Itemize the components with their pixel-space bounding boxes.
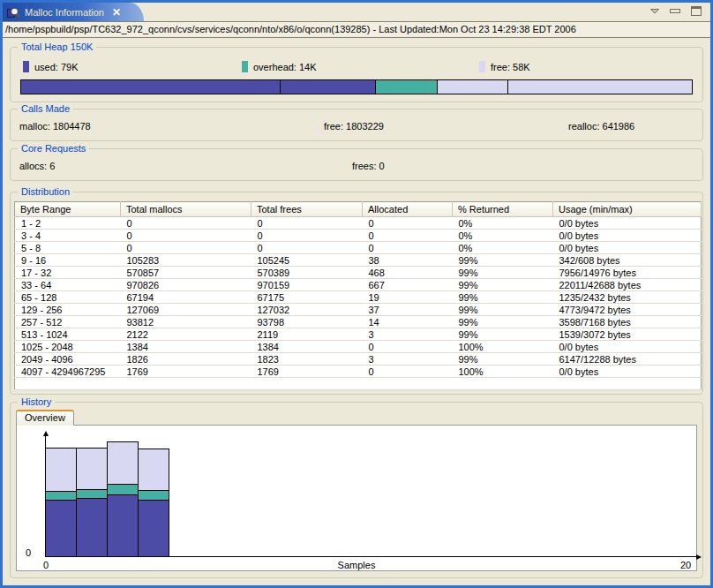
distribution-label: Distribution [18,186,73,198]
table-header-row: Byte RangeTotal mallocsTotal freesAlloca… [15,202,702,217]
close-icon[interactable]: ✕ [112,6,121,19]
table-row[interactable]: 2049 - 409618261823399%6147/12288 bytes [15,353,702,366]
table-cell: 1384 [121,341,251,353]
tab-malloc-information[interactable]: Malloc Information ✕ [3,3,144,21]
table-row[interactable]: 129 - 2561270691270323799%4773/9472 byte… [15,304,702,316]
table-cell: 342/608 bytes [553,254,702,267]
total-heap-label: Total Heap 150K [18,41,96,53]
core-requests-label: Core Requests [18,143,89,155]
table-cell: 105283 [121,254,251,267]
table-cell: 257 - 512 [15,316,121,328]
table-cell: 0% [453,242,553,254]
table-cell: 99% [453,267,553,279]
table-cell: 468 [363,267,453,279]
column-header[interactable]: % Returned [453,202,553,217]
table-row[interactable]: 513 - 102421222119399%1539/3072 bytes [15,328,702,341]
heap-segment-used [281,80,376,94]
table-cell: 0/0 bytes [553,366,702,378]
table-cell: 17 - 32 [15,267,121,279]
tab-overview[interactable]: Overview [16,410,74,426]
history-bar-segment-free [138,449,169,491]
x-axis-max-label: 20 [680,560,691,570]
table-cell: 99% [453,316,553,328]
heap-legend-text: free: 58K [491,62,530,72]
history-label: History [18,396,55,408]
table-cell: 1235/2432 bytes [553,291,702,304]
table-cell: 4773/9472 bytes [553,304,702,316]
table-cell: 99% [453,353,553,366]
table-cell: 970159 [251,279,363,291]
table-cell: 4097 - 4294967295 [15,366,121,378]
table-cell: 67175 [251,291,363,304]
column-header[interactable]: Total mallocs [121,202,251,217]
table-cell: 0 [251,230,363,242]
stat-free: free: 1803229 [324,121,384,132]
table-row[interactable]: 65 - 12867194671751999%1235/2432 bytes [15,291,702,304]
heap-segment-overhead [376,80,438,94]
table-row[interactable]: 1 - 20000%0/0 bytes [15,217,702,230]
history-bar-segment-used [107,494,139,557]
history-bar-segment-free [107,441,139,485]
x-axis-title: Samples [17,560,696,570]
table-cell: 1826 [121,353,251,366]
distribution-group: Distribution Byte RangeTotal mallocsTota… [10,192,703,395]
heap-legend-text: overhead: 14K [253,62,317,72]
history-bar-segment-free [76,448,108,490]
table-cell: 1823 [251,353,363,366]
table-cell: 2049 - 4096 [15,353,121,366]
table-cell: 33 - 64 [15,279,121,291]
table-cell: 67194 [121,291,251,304]
table-cell: 99% [453,254,553,267]
view-toolbar [650,6,702,16]
heap-usage-bar [20,79,693,94]
table-row[interactable]: 5 - 80000%0/0 bytes [15,242,702,254]
table-cell: 0 [121,242,251,254]
heap-segment-free [438,80,508,94]
table-cell: 0 [363,230,453,242]
table-cell: 0 [363,217,453,230]
view-tab-bar: Malloc Information ✕ [3,3,710,21]
table-cell-empty [553,378,702,390]
table-cell: 2119 [251,328,363,341]
table-cell: 1539/3072 bytes [553,328,702,341]
minimize-icon[interactable] [670,8,680,15]
column-header[interactable]: Usage (min/max) [553,202,702,217]
table-row[interactable]: 3 - 40000%0/0 bytes [15,230,702,242]
table-cell: 0 [251,217,363,230]
column-header[interactable]: Total frees [251,202,363,217]
view-content: Total Heap 150K used: 79Koverhead: 14Kfr… [3,38,710,578]
column-header[interactable]: Byte Range [15,202,121,217]
stat-realloc: realloc: 641986 [568,121,634,132]
history-bar-segment-overhead [107,484,139,495]
table-cell: 3 - 4 [15,230,121,242]
view-menu-icon[interactable] [650,9,659,14]
table-cell: 19 [363,291,453,304]
stat-allocs: allocs: 6 [19,161,55,171]
history-bar-segment-used [76,498,108,557]
table-row[interactable]: 9 - 161052831052453899%342/608 bytes [15,254,702,267]
table-cell: 6147/12288 bytes [553,353,702,366]
table-cell: 7956/14976 bytes [553,267,702,279]
table-row[interactable]: 17 - 3257085757038946899%7956/14976 byte… [15,267,702,279]
x-axis-arrow-icon [696,554,702,560]
table-row-empty [15,378,702,390]
maximize-icon[interactable] [691,6,702,16]
table-cell: 37 [363,304,453,316]
table-cell: 0 [121,217,251,230]
history-chart-panel: 00Samples20 [16,425,697,571]
column-header[interactable]: Allocated [363,202,453,217]
table-cell-empty [453,378,553,390]
table-cell: 3598/7168 bytes [553,316,702,328]
history-bar-segment-used [138,500,169,557]
table-row[interactable]: 4097 - 4294967295176917690100%0/0 bytes [15,366,702,378]
table-row[interactable]: 257 - 51293812937981499%3598/7168 bytes [15,316,702,328]
table-cell: 65 - 128 [15,291,121,304]
table-cell: 1384 [251,341,363,353]
free-color-swatch [479,61,485,72]
calls-made-label: Calls Made [18,103,73,115]
table-row[interactable]: 1025 - 2048138413840100%0/0 bytes [15,341,702,353]
table-row[interactable]: 33 - 6497082697015966799%22011/42688 byt… [15,279,702,291]
heap-legend-text: used: 79K [34,62,79,72]
malloc-information-view: Malloc Information ✕ /home/pspbuild/psp/… [0,0,713,588]
table-cell: 1769 [121,366,251,378]
